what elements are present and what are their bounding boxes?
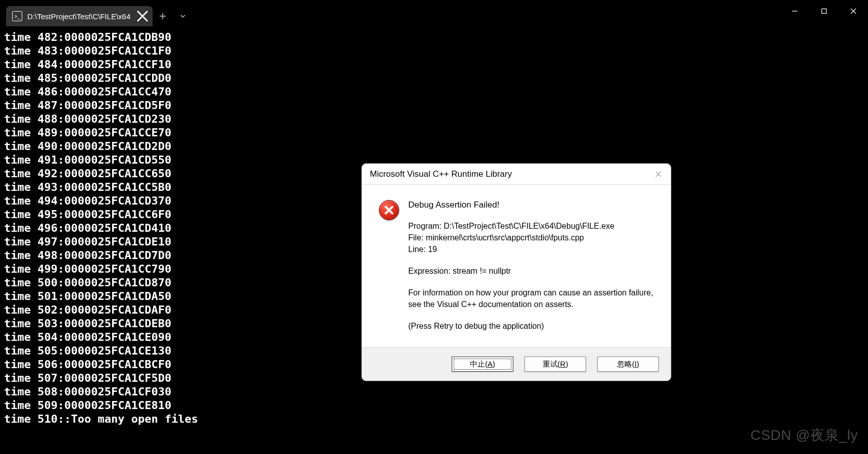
dialog-file: File: minkernel\crts\ucrt\src\appcrt\std… <box>408 232 659 243</box>
close-tab-button[interactable] <box>136 10 149 22</box>
svg-rect-0 <box>822 9 827 14</box>
close-icon <box>136 10 149 22</box>
window-controls <box>780 1 868 21</box>
terminal-icon: >_ <box>12 11 22 21</box>
dialog-heading: Debug Assertion Failed! <box>408 200 659 210</box>
dialog-titlebar[interactable]: Microsoft Visual C++ Runtime Library <box>362 164 671 185</box>
dialog-body: Debug Assertion Failed! Program: D:\Test… <box>362 185 671 347</box>
dialog-program: Program: D:\TestProject\Test\C\FILE\x64\… <box>408 220 659 232</box>
tab-dropdown-button[interactable] <box>173 6 193 26</box>
window-close-button[interactable] <box>839 1 868 21</box>
dialog-footer: 中止(A) 重试(R) 忽略(I) <box>362 347 671 381</box>
dialog-retry-hint: (Press Retry to debug the application) <box>408 320 659 332</box>
dialog-title: Microsoft Visual C++ Runtime Library <box>370 169 648 179</box>
abort-button[interactable]: 中止(A) <box>452 357 513 372</box>
dialog-info: For information on how your program can … <box>408 287 659 310</box>
minimize-button[interactable] <box>780 1 809 21</box>
tab-title: D:\TestProject\Test\C\FILE\x64 <box>27 12 133 21</box>
tab-actions <box>153 6 193 26</box>
close-icon <box>655 171 661 177</box>
dialog-close-button[interactable] <box>648 166 669 182</box>
chevron-down-icon <box>180 13 186 19</box>
plus-icon <box>159 13 166 20</box>
maximize-icon <box>821 8 828 15</box>
assertion-dialog: Microsoft Visual C++ Runtime Library Deb… <box>361 163 671 381</box>
new-tab-button[interactable] <box>153 6 173 26</box>
terminal-tab[interactable]: >_ D:\TestProject\Test\C\FILE\x64 <box>6 6 153 26</box>
maximize-button[interactable] <box>809 1 839 21</box>
dialog-expression: Expression: stream != nullptr <box>408 265 659 277</box>
retry-button[interactable]: 重试(R) <box>524 357 586 372</box>
window-titlebar: >_ D:\TestProject\Test\C\FILE\x64 <box>0 0 868 26</box>
dialog-line: Line: 19 <box>408 243 659 255</box>
error-icon <box>379 200 399 220</box>
ignore-button[interactable]: 忽略(I) <box>597 357 659 372</box>
close-icon <box>850 8 857 15</box>
minimize-icon <box>791 8 798 15</box>
